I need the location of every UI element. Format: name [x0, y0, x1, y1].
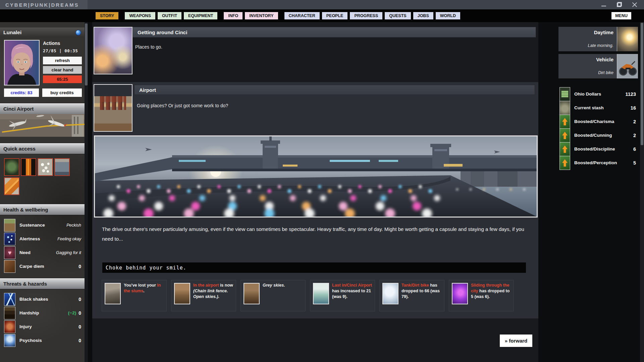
stat-row-current-stash[interactable]: Current stash16	[558, 101, 639, 115]
threat-row-hardship[interactable]: Hardship(−2)0	[0, 306, 85, 320]
status-orb-icon[interactable]	[75, 30, 81, 36]
stat-value: 1123	[626, 92, 636, 97]
threat-value: 0	[78, 324, 81, 329]
character-portrait[interactable]	[4, 40, 40, 85]
event-card[interactable]: Tank/Dirt bike has dropped to 66 (was 79…	[379, 280, 444, 311]
title-bar: CYBER|PUNK|DREAMS	[0, 0, 644, 9]
stat-row-boosted-cunning[interactable]: Boosted/Cunning2	[558, 128, 639, 142]
threat-row-black-shakes[interactable]: Black shakes0	[0, 292, 85, 306]
right-scrollbar[interactable]	[640, 22, 644, 362]
storylet-body: Going places? Or just got some work to d…	[137, 103, 228, 108]
stat-row-boosted-charisma[interactable]: Boosted/Charisma2	[558, 115, 639, 128]
tab-equipment[interactable]: EQUIPMENT	[183, 12, 218, 20]
threat-modifier: (−2)	[68, 310, 76, 315]
tab-jobs[interactable]: JOBS	[413, 12, 434, 20]
quick-item-ration-bar[interactable]	[4, 177, 19, 195]
status-title: Daytime	[594, 29, 613, 35]
event-text: Last in/Cinci Airport has increased to 2…	[329, 280, 375, 311]
clear-hand-button[interactable]: clear hand	[43, 66, 82, 74]
status-text: DaytimeLate morning.	[558, 27, 617, 51]
tab-weapons[interactable]: WEAPONS	[124, 12, 156, 20]
health-value: Feeling okay	[57, 237, 81, 241]
health-label: Sustenance	[19, 223, 45, 228]
event-card[interactable]: You've lost your In the slums.	[102, 280, 167, 311]
tab-progress[interactable]: PROGRESS	[350, 12, 383, 20]
stat-row-boosted-discipline[interactable]: Boosted/Discipline6	[558, 142, 639, 156]
restore-icon[interactable]	[616, 2, 622, 7]
tab-inventory[interactable]: INVENTORY	[245, 12, 278, 20]
tab-bar: STORYWEAPONSOUTFITEQUIPMENTINFOINVENTORY…	[0, 9, 644, 22]
story-header: Getting around Cinci	[132, 27, 536, 38]
status-text: VehicleDirt bike	[558, 54, 617, 78]
story-title: Getting around Cinci	[138, 29, 187, 35]
storylet-thumbnail	[94, 84, 132, 132]
story-thumbnail	[94, 27, 132, 74]
quote-banner: Choke behind your smile.	[102, 262, 526, 273]
quick-item-energy-drink[interactable]	[21, 158, 36, 176]
vehicle-icon	[617, 54, 638, 78]
event-card[interactable]: In the airport is now (Chain link fence.…	[171, 280, 236, 311]
health-row-alertness[interactable]: AlertnessFeeling okay	[0, 232, 85, 246]
buy-credits-button[interactable]: buy credits	[42, 88, 82, 97]
tab-people[interactable]: PEOPLE	[322, 12, 348, 20]
health-row-need[interactable]: NeedGagging for it	[0, 246, 85, 259]
boost-icon	[559, 142, 570, 156]
stat-label: Boosted/Discipline	[574, 146, 615, 152]
tab-quests[interactable]: QUESTS	[384, 12, 411, 20]
threat-value: 0	[78, 338, 81, 343]
threat-row-injury[interactable]: Injury0	[0, 320, 85, 334]
quick-item-lunchbox[interactable]	[54, 158, 70, 176]
event-card[interactable]: Sliding through the city has dropped to …	[449, 280, 514, 311]
daytime-card[interactable]: DaytimeLate morning.	[558, 27, 638, 51]
injury-icon	[4, 320, 15, 333]
threat-row-psychosis[interactable]: Psychosis0	[0, 334, 85, 347]
left-sidebar: Lunalei	[0, 22, 85, 362]
left-scrollbar[interactable]	[85, 22, 88, 362]
tab-story[interactable]: STORY	[95, 12, 119, 20]
stat-value: 6	[633, 146, 636, 152]
stat-label: Boosted/Perception	[574, 160, 617, 165]
left-scrollbar-thumb[interactable]	[85, 23, 88, 85]
menu-button[interactable]: MENU	[611, 12, 631, 19]
health-row-carpe-diem[interactable]: Carpe diem0	[0, 259, 85, 273]
tab-character[interactable]: CHARACTER	[284, 12, 320, 20]
health-value: Gagging for it	[56, 250, 81, 255]
close-icon[interactable]	[632, 2, 637, 7]
tab-world[interactable]: WORLD	[435, 12, 461, 20]
tab-outfit[interactable]: OUTFIT	[157, 12, 182, 20]
ration-bar-icon	[5, 178, 19, 194]
event-thumbnail	[452, 283, 468, 304]
refresh-button[interactable]: refresh	[43, 57, 82, 64]
sustenance-icon	[4, 219, 15, 232]
character-name: Lunalei	[3, 29, 21, 36]
event-thumbnail	[244, 283, 260, 304]
event-text: You've lost your In the slums.	[121, 280, 166, 311]
stat-value: 2	[633, 119, 636, 124]
health-value: 0	[78, 264, 81, 269]
boost-icon	[559, 156, 570, 170]
timer-button[interactable]: 65:25	[43, 75, 82, 83]
quick-item-supply-crate[interactable]	[4, 158, 19, 176]
minimize-icon[interactable]	[601, 2, 606, 7]
event-card[interactable]: Grey skies.	[240, 280, 306, 311]
tab-info[interactable]: INFO	[223, 12, 243, 20]
event-text: In the airport is now (Chain link fence.…	[190, 280, 236, 311]
location-title: Cinci Airport	[3, 106, 34, 112]
health-label: Need	[19, 250, 31, 255]
vehicle-card[interactable]: VehicleDirt bike	[558, 54, 638, 78]
stat-row-boosted-perception[interactable]: Boosted/Perception5	[558, 156, 639, 170]
health-label: Carpe diem	[19, 264, 44, 269]
stat-row-ohio-dollars[interactable]: Ohio Dollars1123	[558, 87, 639, 101]
app-window: CYBER|PUNK|DREAMS STORYWEAPONSOUTFITEQUI…	[0, 0, 644, 362]
stat-label: Boosted/Charisma	[574, 119, 614, 124]
event-card[interactable]: Last in/Cinci Airport has increased to 2…	[310, 280, 375, 311]
health-row-sustenance[interactable]: SustenancePeckish	[0, 218, 85, 232]
quick-item-pills[interactable]	[38, 158, 53, 176]
credits-button[interactable]: credits: 83	[4, 88, 39, 97]
lunchbox-icon	[55, 159, 69, 175]
location-image[interactable]	[0, 114, 85, 137]
forward-button[interactable]: » forward	[500, 335, 532, 347]
stash-icon	[559, 101, 570, 115]
right-scrollbar-thumb[interactable]	[641, 23, 643, 145]
story-body: Places to go.	[135, 44, 162, 50]
